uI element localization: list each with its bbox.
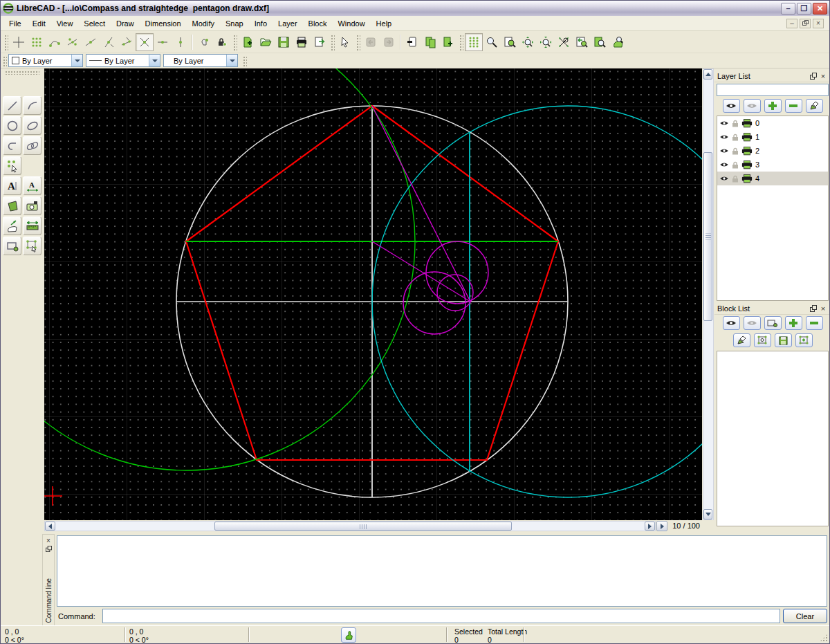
- layer-name[interactable]: 4: [755, 174, 759, 183]
- menu-block[interactable]: Block: [303, 17, 333, 30]
- block-list[interactable]: [717, 351, 829, 526]
- snap-grid-button[interactable]: [28, 33, 46, 51]
- close-panel-icon[interactable]: ×: [818, 71, 828, 80]
- zoom-window-button[interactable]: [501, 33, 519, 51]
- zoom-increase-button[interactable]: [519, 33, 537, 51]
- linewidth-combobox[interactable]: By Layer: [163, 54, 238, 67]
- layer-name[interactable]: 2: [755, 147, 759, 155]
- layer-name[interactable]: 0: [755, 119, 759, 127]
- title-bar[interactable]: LibreCAD - [...io\Compass and straighted…: [1, 1, 829, 16]
- scroll-up-button[interactable]: [703, 69, 712, 80]
- scroll-right-button[interactable]: [645, 522, 655, 531]
- image-tool-button[interactable]: [23, 196, 42, 215]
- menu-edit[interactable]: Edit: [27, 17, 51, 30]
- open-drawing-button[interactable]: [257, 33, 275, 51]
- block-attributes-button[interactable]: [764, 316, 782, 330]
- layer-row-1[interactable]: 1: [717, 130, 828, 144]
- layer-print-icon[interactable]: [741, 147, 753, 156]
- menu-info[interactable]: Info: [249, 17, 273, 30]
- layer-lock-icon[interactable]: [732, 161, 739, 169]
- select-tool-button[interactable]: [3, 156, 21, 175]
- command-dock-titlebar[interactable]: × Command line: [42, 534, 55, 626]
- hide-all-layers-button[interactable]: [744, 99, 761, 113]
- menu-select[interactable]: Select: [78, 17, 111, 30]
- menu-view[interactable]: View: [51, 17, 79, 30]
- layer-lock-icon[interactable]: [732, 134, 739, 141]
- toolbar-drag-handle[interactable]: [459, 34, 463, 50]
- menu-help[interactable]: Help: [371, 17, 398, 30]
- show-all-layers-button[interactable]: [723, 99, 740, 113]
- toolbar-drag-handle[interactable]: [5, 71, 39, 75]
- resize-grip[interactable]: [820, 634, 828, 642]
- circle-tool-button[interactable]: [3, 116, 21, 135]
- show-all-blocks-button[interactable]: [723, 316, 740, 330]
- layer-lock-icon[interactable]: [732, 147, 739, 155]
- layer-row-0[interactable]: 0: [717, 116, 828, 130]
- layer-filter-input[interactable]: [717, 84, 829, 96]
- zoom-page-button[interactable]: [591, 33, 609, 51]
- restrict-vertical-button[interactable]: [172, 33, 190, 51]
- paste-button[interactable]: [439, 33, 457, 51]
- layer-print-icon[interactable]: [741, 119, 753, 128]
- lock-relative-zero-button[interactable]: [213, 33, 231, 51]
- mdi-restore-button[interactable]: [800, 19, 811, 28]
- zoom-auto-button[interactable]: [555, 33, 573, 51]
- measure-tool-button[interactable]: [23, 217, 42, 235]
- color-combobox[interactable]: By Layer: [8, 54, 83, 67]
- restrict-horizontal-button[interactable]: [154, 33, 172, 51]
- mdi-minimize-button[interactable]: –: [786, 19, 797, 28]
- hide-all-blocks-button[interactable]: [744, 316, 761, 330]
- layer-lock-icon[interactable]: [732, 120, 739, 127]
- coordinate-mode-button[interactable]: [341, 627, 356, 643]
- close-drawing-button[interactable]: [403, 33, 421, 51]
- float-panel-icon[interactable]: [809, 304, 818, 313]
- scroll-left-button[interactable]: [45, 522, 55, 531]
- horizontal-scroll-thumb[interactable]: [214, 522, 512, 531]
- chevron-down-icon[interactable]: [71, 55, 82, 66]
- new-block-button[interactable]: [795, 333, 813, 347]
- snap-center-button[interactable]: [82, 33, 100, 51]
- spline-tool-button[interactable]: [23, 136, 42, 155]
- add-layer-button[interactable]: [764, 99, 782, 113]
- command-input[interactable]: [102, 609, 780, 623]
- snap-distance-button[interactable]: [118, 33, 136, 51]
- chevron-down-icon[interactable]: [149, 55, 160, 66]
- modify-tool-button[interactable]: [3, 217, 21, 235]
- layer-print-icon[interactable]: [741, 160, 753, 169]
- close-dock-icon[interactable]: ×: [44, 536, 53, 544]
- copy-button[interactable]: [421, 33, 439, 51]
- toolbar-drag-handle[interactable]: [242, 55, 247, 66]
- snap-middle-button[interactable]: [100, 33, 118, 51]
- float-dock-icon[interactable]: [44, 544, 53, 553]
- undo-button[interactable]: [362, 33, 380, 51]
- edit-block-button[interactable]: [733, 333, 750, 347]
- layer-visible-icon[interactable]: [719, 161, 729, 168]
- save-block-button[interactable]: [775, 333, 792, 347]
- menu-snap[interactable]: Snap: [220, 17, 249, 30]
- scroll-more-button[interactable]: [656, 521, 667, 531]
- menu-layer[interactable]: Layer: [273, 17, 303, 30]
- layer-row-2[interactable]: 2: [717, 144, 828, 158]
- zoom-decrease-button[interactable]: [537, 33, 555, 51]
- ellipse-tool-button[interactable]: [23, 116, 42, 135]
- remove-layer-button[interactable]: [785, 99, 802, 113]
- command-history[interactable]: [57, 535, 827, 607]
- snap-free-button[interactable]: [10, 33, 28, 51]
- toolbar-drag-handle[interactable]: [3, 34, 8, 50]
- layer-row-4-selected[interactable]: 4: [717, 172, 828, 185]
- layer-name[interactable]: 3: [755, 160, 759, 169]
- save-drawing-button[interactable]: [275, 33, 293, 51]
- menu-file[interactable]: File: [3, 17, 27, 30]
- menu-modify[interactable]: Modify: [187, 17, 220, 30]
- toolbar-drag-handle[interactable]: [330, 34, 335, 50]
- scroll-down-button[interactable]: [703, 509, 712, 519]
- block-tool-button[interactable]: [3, 237, 21, 255]
- float-panel-icon[interactable]: [809, 71, 818, 80]
- zoom-pan-button[interactable]: [609, 33, 627, 51]
- toolbar-drag-handle[interactable]: [356, 34, 360, 50]
- vertical-scrollbar[interactable]: [703, 68, 714, 520]
- toolbar-drag-handle[interactable]: [232, 34, 237, 50]
- insert-block-button[interactable]: [754, 333, 771, 347]
- hatch-tool-button[interactable]: [3, 196, 21, 215]
- layer-lock-icon[interactable]: [732, 175, 739, 183]
